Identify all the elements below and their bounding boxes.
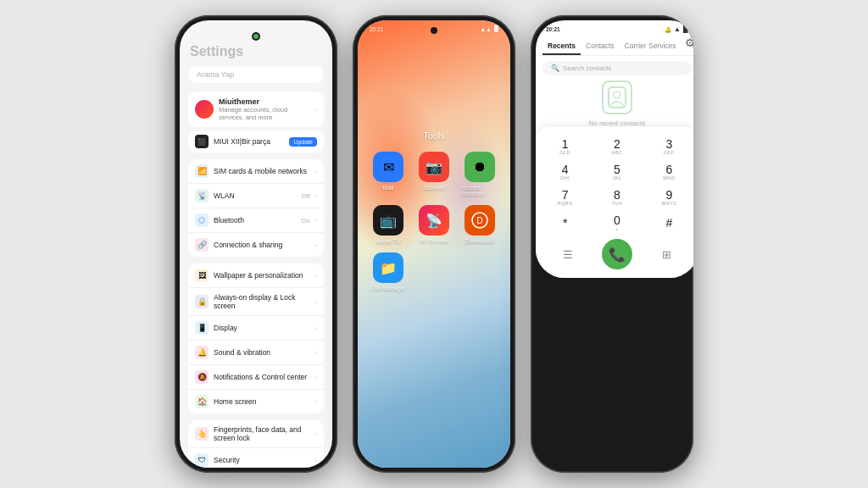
settings-item-bluetooth[interactable]: ⬡ Bluetooth On › <box>188 208 324 233</box>
connection-label: Connection & sharing <box>214 241 309 249</box>
dialer-settings-icon[interactable]: ⚙ <box>685 36 693 49</box>
dialer-time: 20:21 <box>546 26 560 32</box>
homescreen-icon: 🏠 <box>195 395 209 408</box>
dialpad-bottom: ☰ 📞 ⊞ <box>539 236 693 269</box>
chevron-icon: › <box>314 272 317 280</box>
scanner-icon: 📷 <box>419 152 449 182</box>
app-miremote[interactable]: 📡 Mi Remote <box>415 205 453 244</box>
chevron-icon: › <box>314 398 317 406</box>
dial-key-3[interactable]: 3 DEF <box>643 134 693 159</box>
app-scanner[interactable]: 📷 Scanner <box>415 152 453 197</box>
settings-search-bar[interactable]: Arama Yap <box>188 66 324 83</box>
search-placeholder: Arama Yap <box>197 70 234 79</box>
app-mail[interactable]: ✉ Mail <box>370 152 407 197</box>
sound-label: Sound & vibration <box>214 348 309 357</box>
settings-item-display[interactable]: 📱 Display › <box>188 316 324 341</box>
security-label: Security <box>214 456 309 464</box>
app-filemanager[interactable]: 📁 File Manager <box>370 252 407 291</box>
app-appletv-label: Apple TV <box>376 238 401 244</box>
phone-home: 20:21 ▲▲ ▉ Tools ✉ Mail 📷 Scanner <box>353 15 515 473</box>
home-screen: 20:21 ▲▲ ▉ Tools ✉ Mail 📷 Scanner <box>358 20 510 468</box>
settings-item-fingerprints[interactable]: 👆 Fingerprints, face data, and screen lo… <box>188 420 324 448</box>
no-contacts-text: No recent contacts <box>589 119 646 127</box>
chevron-icon: › <box>314 192 317 200</box>
dialpad-keypad-btn[interactable]: ⊞ <box>656 244 676 264</box>
dial-key-0[interactable]: 0 + <box>591 210 643 236</box>
phone-dialer: 20:21 🔔 ▲ ▉ Recents Contacts Carrier Ser… <box>531 15 693 473</box>
notifications-label: Notifications & Control center <box>214 373 309 381</box>
filemanager-icon: 📁 <box>373 252 403 283</box>
chevron-icon: › <box>314 217 317 225</box>
wifi-icon: ▲ <box>674 25 681 33</box>
chevron-icon: › <box>314 430 317 438</box>
battery-icon: ▉ <box>494 25 498 32</box>
wlan-label: WLAN <box>214 191 296 200</box>
settings-item-security[interactable]: 🛡 Security › <box>188 448 324 468</box>
avatar <box>195 100 214 119</box>
settings-screen: Settings Arama Yap Miuithemer Manage acc… <box>180 20 332 468</box>
settings-item-connection[interactable]: 🔗 Connection & sharing › <box>188 233 324 257</box>
sim-label: SIM cards & mobile networks <box>214 167 309 175</box>
settings-item-homescreen[interactable]: 🏠 Home screen › <box>188 390 324 413</box>
profile-text: Miuithemer Manage accounts, cloud servic… <box>219 97 309 121</box>
wallpaper-label: Wallpaper & personalization <box>214 271 309 280</box>
fingerprint-icon: 👆 <box>195 427 209 441</box>
no-contacts-icon <box>602 80 632 114</box>
call-button[interactable]: 📞 <box>602 239 632 269</box>
lockscreen-icon: 🔒 <box>195 295 209 308</box>
dial-key-star[interactable]: * <box>539 210 591 236</box>
front-camera <box>252 32 260 41</box>
apps-grid: ✉ Mail 📷 Scanner ⏺ Screen Recorder 📺 App… <box>370 152 498 291</box>
settings-item-wlan[interactable]: 📡 WLAN Off › <box>188 184 324 208</box>
folder-label: Tools <box>423 130 445 141</box>
tab-recents[interactable]: Recents <box>542 38 581 55</box>
dial-key-2[interactable]: 2 ABC <box>591 134 643 159</box>
settings-item-sound[interactable]: 🔔 Sound & vibration › <box>188 341 324 365</box>
settings-group-security: 👆 Fingerprints, face data, and screen lo… <box>188 420 324 468</box>
settings-item-lockscreen[interactable]: 🔒 Always-on display & Lock screen › <box>188 288 324 316</box>
dialpad-menu-btn[interactable]: ☰ <box>558 244 578 264</box>
tab-contacts[interactable]: Contacts <box>581 38 620 55</box>
dial-key-6[interactable]: 6 MNO <box>643 159 693 185</box>
app-screenrecorder[interactable]: ⏺ Screen Recorder <box>461 152 498 197</box>
dial-key-hash[interactable]: # <box>643 210 693 236</box>
phone-settings: Settings Arama Yap Miuithemer Manage acc… <box>175 15 337 473</box>
svg-point-3 <box>614 92 620 98</box>
app-mail-label: Mail <box>383 185 394 191</box>
settings-item-wallpaper[interactable]: 🖼 Wallpaper & personalization › <box>188 263 324 288</box>
chevron-icon: › <box>314 457 317 464</box>
svg-text:D: D <box>476 216 482 225</box>
display-icon: 📱 <box>195 321 209 335</box>
miui-label: MIUI XII|Bir parça <box>214 137 284 146</box>
dialer-search-bar[interactable]: 🔍 Search contacts <box>542 61 692 75</box>
homescreen-label: Home screen <box>214 397 309 406</box>
lockscreen-label: Always-on display & Lock screen <box>214 293 309 310</box>
settings-item-notifications[interactable]: 🔕 Notifications & Control center › <box>188 365 324 390</box>
app-scanner-label: Scanner <box>423 185 445 191</box>
app-downloads[interactable]: D Downloads <box>461 205 498 244</box>
dial-key-8[interactable]: 8 TUV <box>591 185 643 210</box>
dial-key-4[interactable]: 4 GHI <box>539 159 591 185</box>
app-appletv[interactable]: 📺 Apple TV <box>370 205 407 244</box>
appletv-icon: 📺 <box>373 205 403 236</box>
miui-update-row[interactable]: ⬛ MIUI XII|Bir parça Update <box>188 130 324 152</box>
dial-key-7[interactable]: 7 PQRS <box>539 185 591 210</box>
dial-key-5[interactable]: 5 JKL <box>591 159 643 185</box>
tab-carrier[interactable]: Carrier Services <box>620 38 682 55</box>
bluetooth-icon: ⬡ <box>195 214 209 227</box>
settings-item-sim[interactable]: 📶 SIM cards & mobile networks › <box>188 159 324 184</box>
dial-key-9[interactable]: 9 WXYZ <box>643 185 693 210</box>
dial-key-1[interactable]: 1 GLD <box>539 134 591 159</box>
update-badge[interactable]: Update <box>289 137 317 147</box>
screenrecorder-icon: ⏺ <box>465 152 495 182</box>
display-label: Display <box>214 324 309 332</box>
no-contacts-area: No recent contacts <box>536 80 693 127</box>
status-icons: 🔔 ▲ ▉ <box>665 25 688 33</box>
time: 20:21 <box>370 26 383 32</box>
dialer-status-bar: 20:21 🔔 ▲ ▉ <box>536 20 693 35</box>
sim-icon: 📶 <box>195 164 209 178</box>
dialpad: 1 GLD 2 ABC 3 DEF 4 GHI <box>536 127 693 278</box>
profile-row[interactable]: Miuithemer Manage accounts, cloud servic… <box>188 92 324 127</box>
chevron-icon: › <box>314 106 317 114</box>
status-icons: ▲▲ ▉ <box>480 25 498 32</box>
